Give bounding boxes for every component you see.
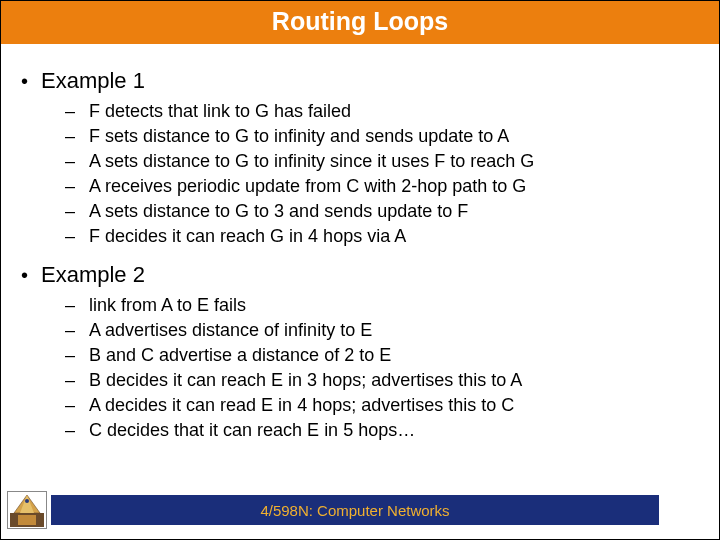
bullet-label: Example 1 (41, 68, 145, 94)
dash-icon: – (65, 225, 89, 248)
dash-icon: – (65, 344, 89, 367)
list-item-text: A sets distance to G to 3 and sends upda… (89, 200, 468, 223)
list-item-text: F sets distance to G to infinity and sen… (89, 125, 509, 148)
dash-icon: – (65, 369, 89, 392)
list-item-text: F decides it can reach G in 4 hops via A (89, 225, 406, 248)
slide-content: • Example 1 –F detects that link to G ha… (1, 44, 719, 442)
list-item: –A sets distance to G to infinity since … (65, 150, 699, 173)
dash-icon: – (65, 100, 89, 123)
sub-list-2: –link from A to E fails –A advertises di… (65, 294, 699, 442)
dash-icon: – (65, 294, 89, 317)
footer-text: 4/598N: Computer Networks (260, 502, 449, 519)
list-item-text: A advertises distance of infinity to E (89, 319, 372, 342)
list-item-text: A sets distance to G to infinity since i… (89, 150, 534, 173)
dash-icon: – (65, 319, 89, 342)
footer-bar: 4/598N: Computer Networks (51, 495, 659, 525)
bullet-label: Example 2 (41, 262, 145, 288)
svg-rect-3 (18, 515, 36, 525)
footer-logo-icon (7, 491, 47, 529)
bullet-dot-icon: • (21, 68, 41, 94)
bullet-example-1: • Example 1 (21, 68, 699, 94)
list-item: –C decides that it can reach E in 5 hops… (65, 419, 699, 442)
list-item: –B and C advertise a distance of 2 to E (65, 344, 699, 367)
footer: 4/598N: Computer Networks (1, 491, 719, 529)
list-item: –link from A to E fails (65, 294, 699, 317)
bullet-dot-icon: • (21, 262, 41, 288)
slide: Routing Loops • Example 1 –F detects tha… (0, 0, 720, 540)
slide-title: Routing Loops (1, 1, 719, 44)
list-item: –A sets distance to G to 3 and sends upd… (65, 200, 699, 223)
dash-icon: – (65, 175, 89, 198)
svg-point-4 (25, 499, 29, 503)
sub-list-1: –F detects that link to G has failed –F … (65, 100, 699, 248)
dash-icon: – (65, 125, 89, 148)
list-item: –F detects that link to G has failed (65, 100, 699, 123)
dash-icon: – (65, 150, 89, 173)
list-item-text: link from A to E fails (89, 294, 246, 317)
list-item-text: A receives periodic update from C with 2… (89, 175, 526, 198)
list-item: –A receives periodic update from C with … (65, 175, 699, 198)
list-item: –B decides it can reach E in 3 hops; adv… (65, 369, 699, 392)
list-item: –A decides it can read E in 4 hops; adve… (65, 394, 699, 417)
list-item-text: B and C advertise a distance of 2 to E (89, 344, 391, 367)
list-item: –F sets distance to G to infinity and se… (65, 125, 699, 148)
dash-icon: – (65, 419, 89, 442)
dash-icon: – (65, 394, 89, 417)
list-item-text: F detects that link to G has failed (89, 100, 351, 123)
bullet-example-2: • Example 2 (21, 262, 699, 288)
list-item: –F decides it can reach G in 4 hops via … (65, 225, 699, 248)
list-item-text: B decides it can reach E in 3 hops; adve… (89, 369, 522, 392)
list-item-text: C decides that it can reach E in 5 hops… (89, 419, 415, 442)
dash-icon: – (65, 200, 89, 223)
list-item-text: A decides it can read E in 4 hops; adver… (89, 394, 514, 417)
list-item: –A advertises distance of infinity to E (65, 319, 699, 342)
